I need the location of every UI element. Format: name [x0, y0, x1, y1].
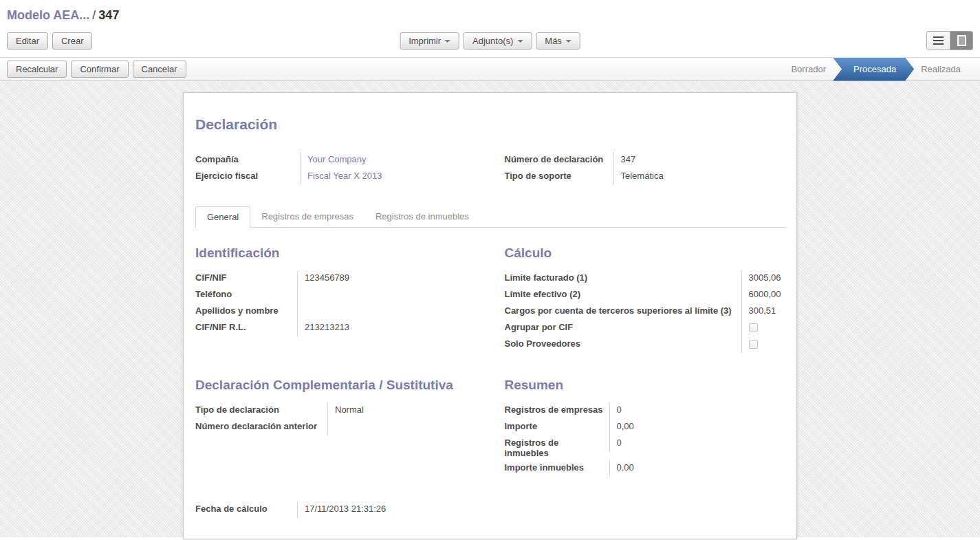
field-value: [741, 320, 785, 336]
identification-title: Identificación: [195, 246, 476, 261]
calculation-section: Cálculo Límite facturado (1) 3005,06 Lím…: [505, 246, 785, 353]
status-label: Procesada: [853, 64, 896, 74]
breadcrumb: Modelo AEA.../347: [7, 0, 973, 27]
tab-label: Registros de empresas: [261, 211, 353, 222]
field-label: Agrupar por CIF: [505, 320, 741, 334]
field-row: Teléfono: [195, 287, 476, 303]
calculation-title: Cálculo: [505, 246, 785, 261]
summary-section: Resumen Registros de empresas 0 Importe …: [505, 378, 785, 477]
list-view-button[interactable]: [927, 32, 950, 50]
chevron-down-icon: [517, 40, 523, 43]
field-label: Apellidos y nombre: [195, 303, 297, 318]
field-value: 0: [609, 402, 785, 419]
field-row: Cargos por cuenta de terceros superiores…: [505, 303, 785, 320]
status-label: Borrador: [791, 64, 826, 74]
tab-label: General: [207, 212, 239, 222]
field-label: Cargos por cuenta de terceros superiores…: [505, 303, 741, 318]
status-item: Borrador: [778, 58, 838, 81]
cancel-button[interactable]: Cancelar: [133, 61, 186, 78]
field-label: Límite efectivo (2): [505, 287, 741, 301]
field-row: Importe inmuebles 0,00: [505, 460, 785, 477]
field-label: CIF/NIF: [195, 270, 297, 285]
field-row: Registros de inmuebles 0: [505, 435, 785, 460]
more-label: Más: [545, 36, 562, 46]
field-row: Límite facturado (1) 3005,06: [505, 270, 785, 287]
checkbox[interactable]: [749, 323, 758, 332]
complementary-fields: Tipo de declaración Normal Número declar…: [195, 402, 476, 435]
sidebar-buttons: Imprimir Adjunto(s) Más: [400, 32, 580, 50]
field-value: 6000,00: [741, 287, 785, 303]
more-dropdown-button[interactable]: Más: [536, 32, 580, 50]
calc-date-label: Fecha de cálculo: [195, 501, 297, 516]
field-label: Tipo de declaración: [195, 402, 327, 417]
complementary-section: Declaración Complementaria / Sustitutiva…: [195, 378, 476, 477]
field-value: 300,51: [741, 303, 785, 320]
record-buttons: Editar Crear: [7, 32, 92, 50]
field-label: Importe: [505, 419, 609, 433]
tab-label: Registros de inmuebles: [375, 211, 469, 222]
field-row: CIF/NIF 123456789: [195, 270, 476, 287]
field-row: Ejercicio fiscal Fiscal Year X 2013: [195, 169, 476, 185]
field-value-link[interactable]: Fiscal Year X 2013: [300, 169, 476, 185]
action-button-row: Editar Crear Imprimir Adjunto(s) Más: [7, 27, 973, 57]
field-value: 213213213: [297, 320, 476, 336]
tab[interactable]: General: [195, 206, 250, 228]
field-row: Número de declaración 347: [505, 152, 785, 169]
summary-title: Resumen: [505, 378, 785, 393]
field-value: 0,00: [609, 419, 785, 435]
field-label: Registros de inmuebles: [505, 435, 609, 460]
field-row: Tipo de declaración Normal: [195, 402, 476, 419]
field-label: Solo Proveedores: [505, 336, 741, 351]
footer-field-group: Fecha de cálculo 17/11/2013 21:31:26: [195, 501, 785, 518]
tab[interactable]: Registros de empresas: [250, 206, 364, 228]
field-row: Compañía Your Company: [195, 152, 476, 169]
workflow-buttons: Recalcular Confirmar Cancelar: [7, 61, 186, 78]
field-row: Fecha de cálculo 17/11/2013 21:31:26: [195, 501, 785, 518]
field-label: Registros de empresas: [505, 402, 609, 417]
field-row: Apellidos y nombre: [195, 303, 476, 320]
top-header: Modelo AEA.../347 Editar Crear Imprimir …: [0, 0, 980, 57]
edit-button[interactable]: Editar: [7, 32, 48, 50]
field-value-link[interactable]: Your Company: [300, 152, 476, 169]
field-row: Solo Proveedores: [505, 336, 785, 353]
field-value: Normal: [327, 402, 476, 419]
breadcrumb-current: 347: [98, 8, 119, 22]
print-dropdown-button[interactable]: Imprimir: [400, 32, 459, 50]
tab[interactable]: Registros de inmuebles: [364, 206, 480, 228]
create-button[interactable]: Crear: [52, 32, 93, 50]
field-value: 0: [609, 435, 785, 452]
status-label: Realizada: [921, 64, 961, 74]
page-title: Declaración: [195, 116, 785, 133]
header-left-group: Compañía Your Company Ejercicio fiscal F…: [195, 152, 476, 185]
field-value: [297, 287, 476, 303]
status-item: Realizada: [908, 58, 973, 81]
header-right-group: Número de declaración 347 Tipo de soport…: [505, 152, 785, 185]
print-label: Imprimir: [409, 36, 441, 46]
recalculate-button[interactable]: Recalcular: [7, 61, 67, 78]
attachments-dropdown-button[interactable]: Adjunto(s): [464, 32, 532, 50]
form-view-button[interactable]: [950, 32, 972, 50]
field-label: Compañía: [195, 152, 300, 166]
statusbar: Borrador Procesada Realizada: [778, 58, 973, 81]
form-icon: [957, 35, 966, 46]
field-value: 0,00: [609, 460, 785, 477]
confirm-button[interactable]: Confirmar: [71, 61, 128, 78]
view-switcher: [926, 31, 973, 50]
field-value: [327, 419, 476, 435]
field-row: Tipo de soporte Telemática: [505, 169, 785, 185]
breadcrumb-parent-link[interactable]: Modelo AEA...: [7, 8, 89, 22]
section-row-1: Identificación CIF/NIF 123456789 Teléfon…: [195, 246, 785, 353]
field-row: Límite efectivo (2) 6000,00: [505, 287, 785, 303]
notebook-tabs: General Registros de empresas Registros …: [195, 206, 785, 228]
field-label: Tipo de soporte: [505, 169, 613, 183]
complementary-title: Declaración Complementaria / Sustitutiva: [195, 378, 476, 393]
identification-fields: CIF/NIF 123456789 Teléfono Apellidos y n…: [195, 270, 476, 336]
field-label: Ejercicio fiscal: [195, 169, 300, 183]
chevron-down-icon: [445, 40, 450, 43]
calc-date-value: 17/11/2013 21:31:26: [297, 501, 785, 518]
checkbox[interactable]: [749, 340, 758, 349]
calculation-fields: Límite facturado (1) 3005,06 Límite efec…: [505, 270, 785, 353]
field-row: Importe 0,00: [505, 419, 785, 435]
field-label: Límite facturado (1): [505, 270, 741, 285]
chevron-down-icon: [566, 40, 571, 43]
